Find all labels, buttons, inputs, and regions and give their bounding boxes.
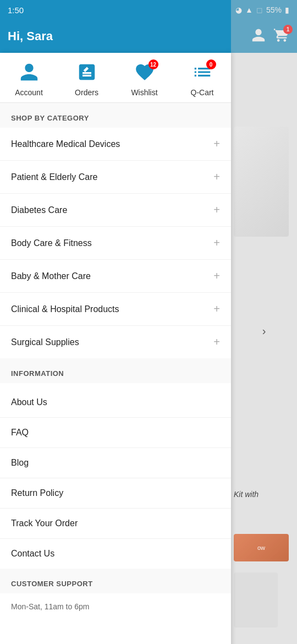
qcart-badge: 0 <box>206 59 216 69</box>
support-hours: Mon-Sat, 11am to 6pm <box>0 598 231 615</box>
info-contact-us[interactable]: Contact Us <box>0 539 231 569</box>
category-label: Patient & Elderly Care <box>11 172 97 182</box>
expand-icon: + <box>213 204 220 216</box>
nav-qcart[interactable]: 0 Q-Cart <box>173 62 231 97</box>
orders-label: Orders <box>75 88 98 97</box>
chevron-right-icon: › <box>262 325 266 337</box>
menu-panel: Account Orders 12 Wishlist <box>0 53 231 644</box>
category-item-patient-elderly-care[interactable]: Patient & Elderly Care + <box>0 161 231 194</box>
info-faq[interactable]: FAQ <box>0 418 231 448</box>
expand-icon: + <box>213 138 220 150</box>
quick-nav: Account Orders 12 Wishlist <box>0 53 231 103</box>
expand-icon: + <box>213 270 220 282</box>
account-icon <box>19 62 40 83</box>
qcart-label: Q-Cart <box>191 88 214 97</box>
information-header: INFORMATION <box>0 358 231 383</box>
info-track-your-order[interactable]: Track Your Order <box>0 509 231 539</box>
expand-icon: + <box>213 303 220 315</box>
info-section: About Us FAQ Blog Return Policy Track Yo… <box>0 388 231 569</box>
expand-icon: + <box>213 171 220 183</box>
nav-orders[interactable]: Orders <box>58 62 116 97</box>
info-blog[interactable]: Blog <box>0 448 231 478</box>
status-time: 1:50 <box>8 6 24 15</box>
info-about-us[interactable]: About Us <box>0 388 231 418</box>
nav-wishlist[interactable]: 12 Wishlist <box>116 62 173 97</box>
category-label: Baby & Mother Care <box>11 271 91 281</box>
info-return-policy[interactable]: Return Policy <box>0 478 231 509</box>
orders-icon-wrapper <box>76 62 97 85</box>
background-overlay: Kit with ow › <box>231 0 297 644</box>
wishlist-badge: 12 <box>148 59 158 69</box>
category-item-clinical-hospital-products[interactable]: Clinical & Hospital Products + <box>0 293 231 326</box>
expand-icon: + <box>213 336 220 348</box>
category-item-diabetes-care[interactable]: Diabetes Care + <box>0 194 231 227</box>
account-icon-wrapper <box>19 62 40 85</box>
category-label: Surgical Supplies <box>11 337 79 347</box>
customer-support-header: CUSTOMER SUPPORT <box>0 569 231 593</box>
category-item-body-care-fitness[interactable]: Body Care & Fitness + <box>0 227 231 260</box>
nav-account[interactable]: Account <box>0 62 58 97</box>
account-label: Account <box>15 88 43 97</box>
background-content: Kit with ow <box>231 0 297 633</box>
qcart-icon-wrapper: 0 <box>192 62 213 85</box>
wishlist-icon-wrapper: 12 <box>134 62 155 85</box>
category-label: Body Care & Fitness <box>11 238 92 248</box>
wishlist-label: Wishlist <box>131 88 157 97</box>
category-label: Clinical & Hospital Products <box>11 304 119 314</box>
category-item-baby-mother-care[interactable]: Baby & Mother Care + <box>0 260 231 293</box>
category-list: Healthcare Medical Devices + Patient & E… <box>0 128 231 358</box>
expand-icon: + <box>213 237 220 249</box>
greeting-text: Hi, Sara <box>8 29 53 43</box>
category-label: Diabetes Care <box>11 205 67 215</box>
support-section: Mon-Sat, 11am to 6pm <box>0 598 231 626</box>
category-item-healthcare-medical-devices[interactable]: Healthcare Medical Devices + <box>0 128 231 161</box>
orders-icon <box>76 62 97 83</box>
shop-by-category-header: SHOP BY CATEGORY <box>0 103 231 128</box>
category-label: Healthcare Medical Devices <box>11 139 120 149</box>
category-item-surgical-supplies[interactable]: Surgical Supplies + <box>0 326 231 358</box>
